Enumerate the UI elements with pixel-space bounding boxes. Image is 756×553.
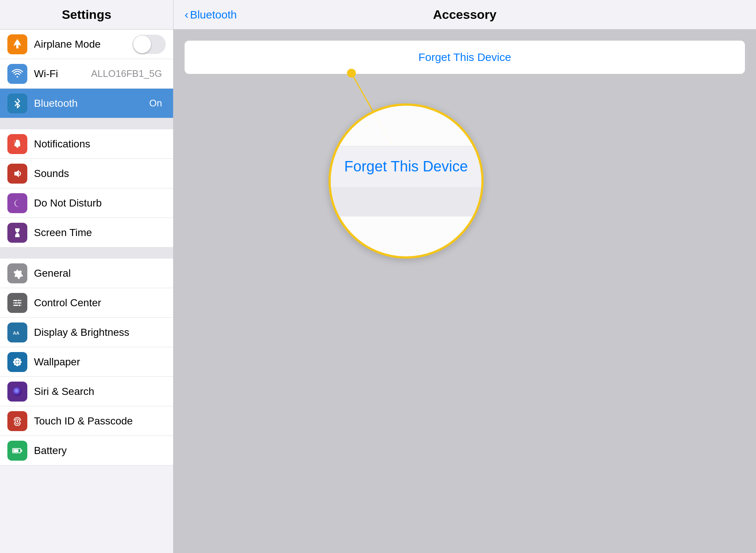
sidebar-item-wallpaper[interactable]: Wallpaper — [0, 347, 173, 377]
sidebar-item-siri[interactable]: Siri & Search — [0, 377, 173, 406]
airplane-mode-label: Airplane Mode — [34, 38, 133, 50]
airplane-icon — [11, 38, 23, 50]
magnifier-content: Forget This Device — [331, 146, 481, 216]
hourglass-icon — [11, 227, 23, 239]
fingerprint-icon — [11, 415, 23, 427]
sidebar-item-sounds[interactable]: Sounds — [0, 159, 173, 188]
notifications-icon: ! — [11, 138, 23, 150]
svg-point-7 — [15, 302, 17, 304]
wifi-icon — [11, 68, 23, 80]
svg-marker-2 — [14, 170, 19, 177]
svg-point-17 — [18, 359, 21, 361]
sidebar-item-control-center[interactable]: Control Center — [0, 288, 173, 318]
page-title: Accessory — [433, 7, 496, 22]
group-spacer-2 — [0, 248, 173, 259]
main-header: ‹ Bluetooth Accessory — [173, 0, 756, 29]
display-label: Display & Brightness — [34, 327, 166, 338]
sidebar-item-screen-time[interactable]: Screen Time — [0, 218, 173, 248]
magnifier-forget-row: Forget This Device — [331, 146, 481, 187]
sidebar-item-notifications[interactable]: ! Notifications — [0, 129, 173, 159]
aa-icon: AA — [11, 327, 23, 338]
svg-point-14 — [13, 361, 16, 363]
sidebar-item-touch-id[interactable]: Touch ID & Passcode — [0, 406, 173, 436]
magnifier-forget-text: Forget This Device — [344, 158, 468, 175]
svg-rect-23 — [21, 450, 22, 452]
bluetooth-label: Bluetooth — [34, 98, 149, 109]
bluetooth-value: On — [149, 98, 162, 109]
sidebar-item-general[interactable]: General — [0, 259, 173, 288]
battery-icon-bg — [7, 441, 27, 461]
settings-title: Settings — [62, 7, 111, 22]
accessory-list: Forget This Device — [185, 41, 745, 74]
back-label: Bluetooth — [190, 8, 237, 21]
notifications-label: Notifications — [34, 138, 166, 150]
sidebar-item-do-not-disturb[interactable]: Do Not Disturb — [0, 188, 173, 218]
gear-icon — [11, 267, 23, 279]
wallpaper-icon-bg — [7, 352, 27, 372]
svg-point-5 — [18, 299, 20, 301]
siri-label: Siri & Search — [34, 386, 166, 397]
magnifier-circle: Forget This Device — [329, 103, 484, 259]
group-spacer-1 — [0, 118, 173, 129]
svg-point-11 — [16, 361, 19, 363]
sounds-icon — [11, 168, 23, 180]
sidebar-item-wifi[interactable]: Wi-Fi ALLO16FB1_5G — [0, 59, 173, 89]
svg-rect-22 — [13, 449, 18, 452]
annotation-line-svg — [173, 30, 756, 553]
airplane-mode-toggle[interactable] — [133, 35, 166, 54]
forget-device-item[interactable]: Forget This Device — [185, 41, 745, 74]
sidebar-group-connectivity: Airplane Mode Wi-Fi ALLO16FB1_5G — [0, 30, 173, 118]
general-label: General — [34, 267, 166, 279]
siri-icon — [11, 386, 23, 397]
wifi-icon-bg — [7, 64, 27, 84]
notifications-icon-bg: ! — [7, 134, 27, 154]
svg-point-13 — [16, 363, 19, 366]
display-icon-bg: AA — [7, 322, 27, 342]
svg-point-18 — [14, 363, 16, 365]
battery-icon — [11, 445, 23, 457]
chevron-left-icon: ‹ — [185, 8, 189, 21]
svg-point-15 — [19, 361, 22, 363]
sounds-label: Sounds — [34, 168, 166, 180]
do-not-disturb-icon-bg — [7, 193, 27, 213]
sidebar-group-system: ! Notifications Sounds — [0, 129, 173, 248]
sliders-icon — [11, 297, 23, 309]
forget-device-button[interactable]: Forget This Device — [196, 51, 734, 64]
svg-point-19 — [18, 363, 21, 365]
control-center-label: Control Center — [34, 297, 166, 309]
sidebar-item-bluetooth[interactable]: Bluetooth On — [0, 89, 173, 118]
control-center-icon-bg — [7, 293, 27, 313]
screen-time-label: Screen Time — [34, 227, 166, 239]
annotation-overlay: Forget This Device — [173, 30, 756, 553]
toggle-knob — [133, 35, 151, 53]
svg-line-24 — [351, 73, 406, 170]
wallpaper-label: Wallpaper — [34, 356, 166, 368]
svg-text:!: ! — [14, 140, 15, 143]
magnifier-top-divider — [331, 146, 481, 146]
sounds-icon-bg — [7, 164, 27, 184]
sidebar-header: Settings — [0, 0, 173, 29]
bluetooth-icon — [11, 98, 23, 109]
svg-point-9 — [18, 304, 21, 306]
wifi-label: Wi-Fi — [34, 68, 91, 80]
back-button[interactable]: ‹ Bluetooth — [173, 8, 237, 21]
content-area: Airplane Mode Wi-Fi ALLO16FB1_5G — [0, 30, 756, 553]
header-bar: Settings ‹ Bluetooth Accessory — [0, 0, 756, 30]
siri-icon-bg — [7, 382, 27, 402]
magnifier-bottom-area — [331, 187, 481, 216]
battery-label: Battery — [34, 445, 166, 457]
touch-id-label: Touch ID & Passcode — [34, 415, 166, 427]
sidebar-item-airplane-mode[interactable]: Airplane Mode — [0, 30, 173, 59]
sidebar-item-display[interactable]: AA Display & Brightness — [0, 318, 173, 347]
moon-icon — [11, 197, 23, 209]
sidebar-item-battery[interactable]: Battery — [0, 436, 173, 465]
touch-id-icon-bg — [7, 411, 27, 431]
airplane-mode-icon-bg — [7, 34, 27, 54]
svg-point-12 — [16, 358, 19, 360]
svg-text:AA: AA — [13, 331, 20, 336]
sidebar: Airplane Mode Wi-Fi ALLO16FB1_5G — [0, 30, 173, 553]
main-content: Forget This Device Forget This Device — [173, 30, 756, 553]
svg-point-20 — [13, 387, 22, 396]
sidebar-group-preferences: General Control Center — [0, 259, 173, 465]
svg-point-16 — [14, 359, 16, 361]
